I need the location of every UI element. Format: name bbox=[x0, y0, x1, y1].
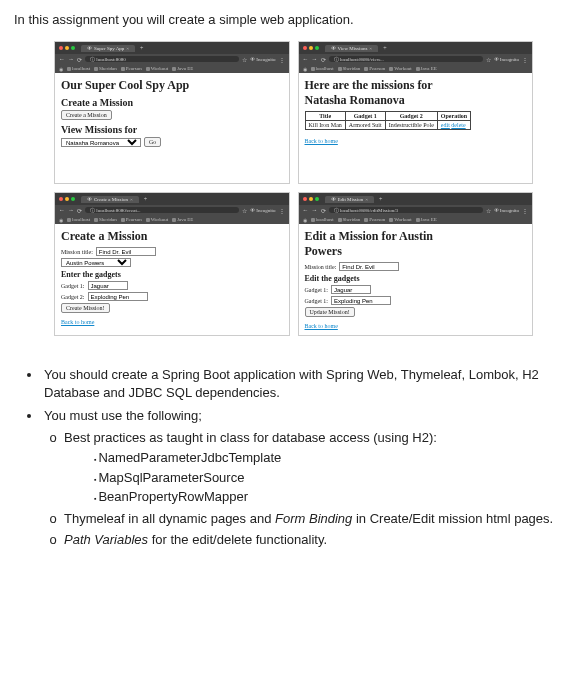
tab-close-icon: × bbox=[126, 46, 129, 51]
star-icon: ☆ bbox=[242, 207, 247, 214]
bookmarks-bar: ◉ localhost Sheridan Pearson Workout Jav… bbox=[55, 215, 289, 224]
update-button[interactable]: Update Mission! bbox=[305, 307, 355, 317]
close-icon bbox=[59, 46, 63, 50]
minimize-icon bbox=[309, 197, 313, 201]
new-tab-icon: + bbox=[140, 45, 143, 51]
close-icon bbox=[59, 197, 63, 201]
screenshot-edit-mission: 👁 Edit Mission × + ← → ⟳ ⓘ localhost:808… bbox=[298, 192, 534, 336]
page-title: Create a Mission bbox=[61, 229, 283, 244]
reload-icon: ⟳ bbox=[321, 56, 326, 63]
url-field: ⓘ localhost:8080 bbox=[85, 56, 239, 62]
page-content: Our Super Cool Spy App Create a Mission … bbox=[55, 73, 289, 183]
bookmark-item: Workout bbox=[146, 66, 168, 71]
delete-link[interactable]: delete bbox=[451, 122, 465, 128]
page-content: Here are the missions forNatasha Romanov… bbox=[299, 73, 533, 183]
cell-gadget2: Indestructible Pole bbox=[385, 121, 437, 130]
nav-back-icon: ← bbox=[303, 207, 309, 213]
tab-title: Super Spy App bbox=[94, 46, 124, 51]
gadget2-input[interactable] bbox=[88, 292, 148, 301]
create-button[interactable]: Create Mission! bbox=[61, 303, 110, 313]
bookmark-item: Sheridan bbox=[94, 66, 117, 71]
bookmark-item: Pearson bbox=[364, 66, 385, 71]
edit-link[interactable]: edit bbox=[441, 122, 450, 128]
url-field: ⓘ localhost:8080/view... bbox=[329, 56, 483, 62]
bookmark-item: Sheridan bbox=[338, 66, 361, 71]
incognito-icon: 👁 bbox=[331, 46, 336, 51]
gadget1-label: Gadget 1: bbox=[61, 283, 85, 289]
cell-title: Kill Iron Man bbox=[305, 121, 345, 130]
bookmark-item: Sheridan bbox=[338, 217, 361, 222]
nav-back-icon: ← bbox=[303, 56, 309, 62]
menu-icon: ⋮ bbox=[279, 207, 285, 214]
nav-forward-icon: → bbox=[68, 56, 74, 62]
gadget2-input[interactable] bbox=[331, 296, 391, 305]
address-bar: ← → ⟳ ⓘ localhost:8080/creat... ☆ 👁 Inco… bbox=[55, 205, 289, 215]
incognito-icon: 👁 bbox=[87, 46, 92, 51]
mission-title-input[interactable] bbox=[96, 247, 156, 256]
maximize-icon bbox=[71, 46, 75, 50]
back-link[interactable]: Back to home bbox=[305, 323, 338, 329]
missions-table: Title Gadget 1 Gadget 2 Operation Kill I… bbox=[305, 111, 472, 130]
bookmarks-bar: ◉ localhost Sheridan Pearson Workout Jav… bbox=[55, 64, 289, 73]
tab-close-icon: × bbox=[369, 46, 372, 51]
bookmark-item: Workout bbox=[146, 217, 168, 222]
tab-close-icon: × bbox=[130, 197, 133, 202]
incognito-icon: 👁 bbox=[331, 197, 336, 202]
bookmark-item: localhost bbox=[67, 217, 90, 222]
gadget1-input[interactable] bbox=[88, 281, 128, 290]
nav-forward-icon: → bbox=[68, 207, 74, 213]
menu-icon: ⋮ bbox=[522, 56, 528, 63]
gadget1-input[interactable] bbox=[331, 285, 371, 294]
gadgets-heading: Edit the gadgets bbox=[305, 274, 527, 283]
browser-tab: 👁 Super Spy App × bbox=[81, 45, 135, 52]
cell-gadget1: Armored Suit bbox=[345, 121, 385, 130]
cell-operation: edit delete bbox=[437, 121, 470, 130]
star-icon: ☆ bbox=[486, 56, 491, 63]
window-titlebar: 👁 Super Spy App × + bbox=[55, 42, 289, 54]
bookmark-item: Pearson bbox=[121, 217, 142, 222]
bookmark-item: Pearson bbox=[121, 66, 142, 71]
section-heading: Create a Mission bbox=[61, 97, 283, 108]
list-item: Path Variables for the edit/delete funct… bbox=[64, 531, 573, 549]
tab-close-icon: × bbox=[365, 197, 368, 202]
back-link[interactable]: Back to home bbox=[61, 319, 94, 325]
gadgets-heading: Enter the gadgets bbox=[61, 270, 283, 279]
bookmark-item: Pearson bbox=[364, 217, 385, 222]
back-link[interactable]: Back to home bbox=[305, 138, 338, 144]
nav-forward-icon: → bbox=[312, 56, 318, 62]
url-field: ⓘ localhost:8080/creat... bbox=[85, 207, 239, 213]
apps-icon: ◉ bbox=[59, 66, 63, 72]
th-gadget1: Gadget 1 bbox=[345, 112, 385, 121]
bookmark-item: Workout bbox=[389, 217, 411, 222]
agent-select[interactable]: Austin Powers bbox=[61, 258, 131, 267]
bookmark-item: Java EE bbox=[416, 66, 437, 71]
browser-tab: 👁 Create a Mission × bbox=[81, 196, 139, 203]
incognito-badge: 👁 Incognito bbox=[494, 57, 519, 62]
list-item: MapSqlParameterSource bbox=[94, 469, 573, 487]
table-header-row: Title Gadget 1 Gadget 2 Operation bbox=[305, 112, 471, 121]
maximize-icon bbox=[315, 46, 319, 50]
page-content: Edit a Mission for AustinPowers Mission … bbox=[299, 224, 533, 335]
minimize-icon bbox=[309, 46, 313, 50]
go-button[interactable]: Go bbox=[144, 137, 161, 147]
tab-title: Edit Mission bbox=[338, 197, 364, 202]
browser-tab: 👁 Edit Mission × bbox=[325, 196, 375, 203]
menu-icon: ⋮ bbox=[522, 207, 528, 214]
incognito-icon: 👁 bbox=[87, 197, 92, 202]
minimize-icon bbox=[65, 46, 69, 50]
table-row: Kill Iron Man Armored Suit Indestructibl… bbox=[305, 121, 471, 130]
new-tab-icon: + bbox=[383, 45, 386, 51]
mission-title-input[interactable] bbox=[339, 262, 399, 271]
list-item: Thymeleaf in all dynamic pages and Form … bbox=[64, 510, 573, 528]
incognito-badge: 👁 Incognito bbox=[250, 57, 275, 62]
sub-sub-list: NamedParameterJdbcTemplate MapSqlParamet… bbox=[94, 449, 573, 506]
create-mission-button[interactable]: Create a Mission bbox=[61, 110, 112, 120]
page-title: Edit a Mission for AustinPowers bbox=[305, 229, 527, 259]
bookmark-item: Java EE bbox=[172, 66, 193, 71]
sub-list: Best practices as taught in class for da… bbox=[64, 429, 573, 549]
bookmark-item: localhost bbox=[67, 66, 90, 71]
agent-select[interactable]: Natasha Romanova bbox=[61, 138, 141, 147]
bookmarks-bar: ◉ localhost Sheridan Pearson Workout Jav… bbox=[299, 64, 533, 73]
list-item: NamedParameterJdbcTemplate bbox=[94, 449, 573, 467]
tab-title: Create a Mission bbox=[94, 197, 128, 202]
